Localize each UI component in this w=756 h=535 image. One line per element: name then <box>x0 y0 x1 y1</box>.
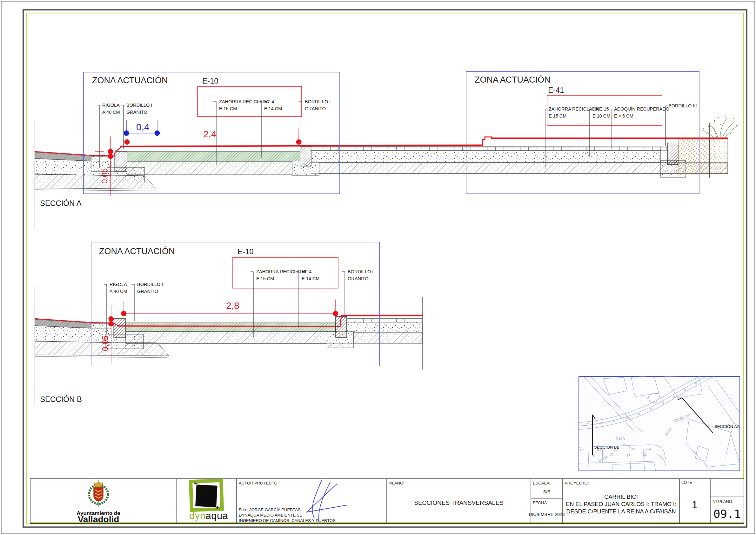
proyecto-line-1: CARRIL BICI <box>604 494 637 500</box>
dim-depth-value: 0,05 <box>100 168 109 183</box>
dim-curb-value: 0,4 <box>136 122 149 132</box>
proyecto-label: PROYECTO: <box>565 481 589 486</box>
proyecto-line-2: EN EL PASEO JUAN CARLOS I: TRAMO I: <box>566 501 676 507</box>
paver-band-b <box>347 319 422 322</box>
map-number-4: 122 <box>630 448 635 451</box>
map-street-juan: JUAN <box>615 437 625 441</box>
author-line-1: Fdo.: JORGE GARCÍA PUERTAS <box>239 507 301 512</box>
hf4-slab <box>127 152 300 161</box>
paver-band <box>311 147 667 151</box>
fecha-label: FECHA: <box>533 500 548 505</box>
zahorra-layer-b <box>126 332 327 343</box>
fecha-value: DICIEMBRE 2023 <box>529 512 565 517</box>
map-number-1: 118 <box>580 449 584 452</box>
plan-number-value: 09.1 <box>714 507 741 521</box>
plan-number-label: Nº PLANO <box>713 499 732 504</box>
escala-label: ESCALA: <box>533 481 550 486</box>
escala-value: S/E <box>543 489 551 494</box>
zahorra-layer <box>127 161 292 175</box>
dynaqua-wordmark: dynaqua <box>189 510 228 521</box>
dim-width-value: 2,4 <box>203 129 217 139</box>
author-line-3: INGENIERO DE CAMINOS, CANALES Y PUERTOS <box>239 518 336 523</box>
e41-code: E-41 <box>548 86 564 94</box>
plan-sheet: 0,4 2,4 0,05 ZONA ACTUACIÓN E-10 RIGOLAA <box>0 0 756 535</box>
title-block: Ayuntamiento de Valladolid dynaqua AUTOR… <box>30 479 744 524</box>
map-section-aa-label: SECCIÓN AA <box>715 424 740 429</box>
terrain-fill <box>678 139 728 174</box>
e10-b-code: E-10 <box>237 247 254 256</box>
callout-bordillo3-e41: BORDILLO III <box>668 103 697 108</box>
bedding-band <box>311 151 661 162</box>
author-line-2: DYNAQUA MEDIO AMBIENTE SL <box>239 513 302 518</box>
section-a-label: SECCIÓN A <box>40 199 82 208</box>
dim-depth-b-value: 0,05 <box>101 335 110 351</box>
hf4-slab-b <box>126 323 336 331</box>
zona-actuacion-b-title: ZONA ACTUACIÓN <box>99 246 175 256</box>
curb3-bordillo <box>667 143 678 165</box>
plano-label: PLANO: <box>389 481 405 486</box>
section-b-label: SECCIÓN B <box>40 395 82 404</box>
author-label: AUTOR PROYECTO : <box>239 481 280 486</box>
lote-label: LOTE <box>681 480 692 485</box>
plano-value: SECCIONES TRANSVERSALES <box>414 499 503 506</box>
e10-a-code: E-10 <box>202 76 218 85</box>
dim-width-b-value: 2,8 <box>226 300 239 311</box>
lote-value: 1 <box>692 498 698 511</box>
soil-band-b <box>353 332 422 343</box>
map-section-bb-label: SECCIÓN BB <box>594 445 619 450</box>
location-map: CARLOS JUAN 118 118 120 122 124 27 28 29… <box>579 371 740 471</box>
map-number-5: 124 <box>646 447 651 450</box>
org-line2: Valladolid <box>78 514 120 524</box>
zona-actuacion-a2-title: ZONA ACTUACIÓN <box>475 75 551 85</box>
zona-actuacion-a1-title: ZONA ACTUACIÓN <box>92 75 168 85</box>
bedding-band-b <box>347 322 422 332</box>
curb-right <box>300 147 311 166</box>
proyecto-line-3: DESDE C/PUENTE LA REINA A C/FAISÁN <box>566 508 676 515</box>
